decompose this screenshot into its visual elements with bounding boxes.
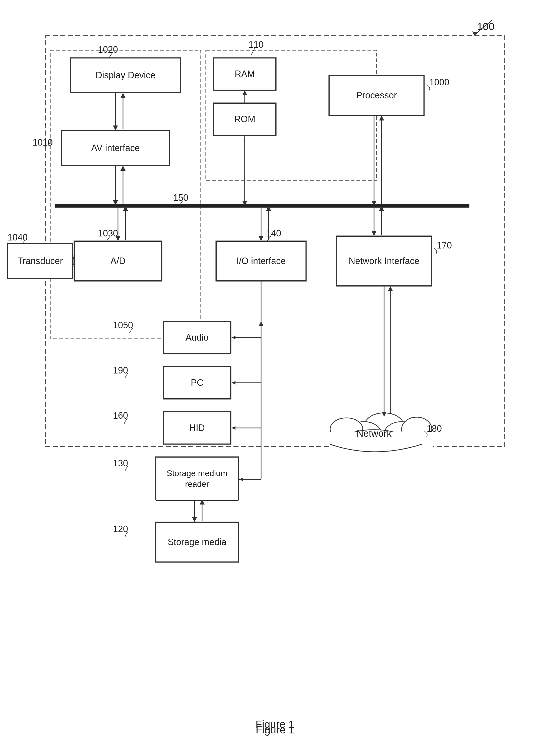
arrowhead-network-ni [388,286,393,291]
processor-text: Processor [356,90,397,101]
arrowhead-av-display-up [120,93,126,98]
storage-media-box-div: Storage media [156,522,238,562]
arrowhead-to-smr [239,478,243,481]
ad-text: A/D [110,256,126,266]
arrowhead-bus-av-up [120,166,126,171]
av-interface-box-div: AV interface [62,131,169,166]
ad-box-div: A/D [74,241,162,281]
io-interface-box-div: I/O interface [216,241,306,281]
label-130: 130 [113,458,128,468]
arrowhead-to-audio [232,336,235,339]
storage-medium-reader-text: Storage medium reader [156,468,238,490]
figure-caption-div: Figure 1 [0,724,550,736]
arrowhead-bus-processor [379,115,384,120]
display-device-text: Display Device [96,70,155,81]
label-1030: 1030 [98,228,118,238]
label-110: 110 [249,39,264,50]
label-1020: 1020 [98,44,118,55]
arrowhead-io-down [259,321,264,326]
ram-box-div: RAM [213,58,276,90]
label-160: 160 [113,410,128,421]
hid-box-div: HID [163,412,231,444]
squiggle-170 [434,248,437,254]
arrowhead-to-hid [232,426,235,430]
label-1000: 1000 [429,77,449,87]
arrowhead-bus-ni-down [372,231,377,236]
arrowhead-bus-ram-up [242,90,247,95]
audio-box-div: Audio [163,321,231,354]
storage-medium-reader-box-div: Storage medium reader [156,457,238,501]
arrowhead-bus-io-down [259,236,264,241]
label-170: 170 [437,240,452,250]
io-interface-text: I/O interface [236,256,286,266]
pc-box-div: PC [163,366,231,399]
storage-media-text: Storage media [168,537,226,547]
display-device-box-div: Display Device [70,58,181,93]
av-interface-text: AV interface [91,143,140,153]
diagram: 100 110 1010 Display Device 1020 AV inte… [0,0,550,756]
arrowhead-display-av-down [113,125,118,131]
label-1040: 1040 [8,232,28,242]
arrowhead-bus-ad-down [115,236,120,241]
label-150: 150 [173,193,188,203]
rom-text: ROM [234,114,255,124]
label-1050: 1050 [113,320,133,330]
network-interface-text: Network Interface [349,255,419,267]
pc-text: PC [191,377,203,388]
label-180: 180 [427,423,442,434]
rom-box-div: ROM [213,103,276,136]
label-1010: 1010 [33,137,53,148]
label-120: 120 [113,524,128,534]
hid-text: HID [189,423,205,433]
ram-text: RAM [235,69,255,79]
network-cloud-label: Network [356,428,392,439]
transducer-text: Transducer [18,256,63,266]
transducer-box-div: Transducer [8,243,73,279]
arrowhead-to-pc [232,381,235,385]
processor-box-div: Processor [329,75,424,115]
arrowhead-smr-sm-down [192,517,197,522]
network-interface-box-div: Network Interface [336,236,432,286]
label-190: 190 [113,365,128,375]
audio-text: Audio [186,332,209,343]
